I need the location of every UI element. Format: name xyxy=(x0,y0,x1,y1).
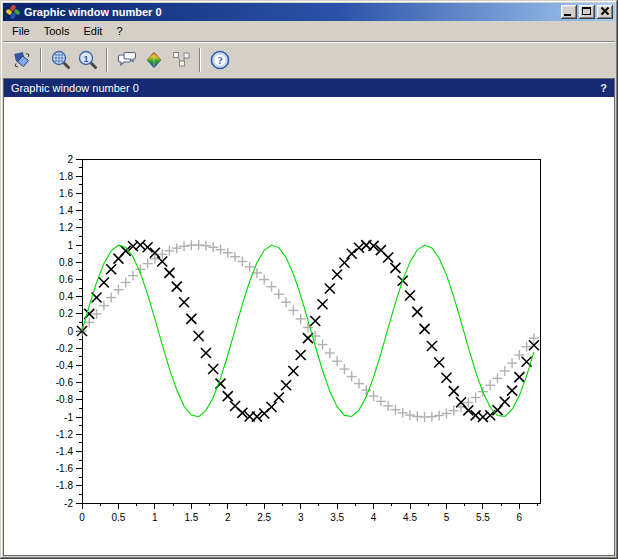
close-icon xyxy=(600,6,608,16)
rotate-button[interactable] xyxy=(8,46,35,73)
menu-edit[interactable]: Edit xyxy=(76,23,109,39)
svg-text:2: 2 xyxy=(67,154,73,165)
plot-canvas[interactable]: -2-1.8-1.6-1.4-1.2-1-0.8-0.6-0.4-0.200.2… xyxy=(4,97,614,555)
svg-text:2: 2 xyxy=(225,512,231,523)
svg-text:-1.6: -1.6 xyxy=(56,463,74,474)
close-button[interactable] xyxy=(597,5,613,19)
maximize-icon xyxy=(582,7,591,15)
app-window: Graphic window number 0 File Tools Edit … xyxy=(0,0,618,559)
polyline-nodes-icon xyxy=(170,49,192,71)
svg-text:5.5: 5.5 xyxy=(476,512,490,523)
svg-text:5: 5 xyxy=(444,512,450,523)
svg-text:0: 0 xyxy=(67,326,73,337)
toolbar-separator xyxy=(40,48,42,72)
svg-text:1: 1 xyxy=(67,240,73,251)
svg-text:4: 4 xyxy=(371,512,377,523)
svg-text:0.2: 0.2 xyxy=(59,308,73,319)
svg-text:-0.8: -0.8 xyxy=(56,394,74,405)
svg-text:-0.2: -0.2 xyxy=(56,343,74,354)
svg-text:1.2: 1.2 xyxy=(59,222,73,233)
svg-text:1.4: 1.4 xyxy=(59,205,73,216)
original-view-glyph: 1 xyxy=(83,53,88,63)
menu-bar: File Tools Edit ? xyxy=(3,21,615,41)
svg-text:1.6: 1.6 xyxy=(59,188,73,199)
toolbar: 1 xyxy=(3,41,615,77)
svg-text:-0.6: -0.6 xyxy=(56,377,74,388)
speech-bubbles-icon xyxy=(116,49,138,71)
menu-help[interactable]: ? xyxy=(109,23,129,39)
original-view-icon: 1 xyxy=(77,49,99,71)
svg-text:0.5: 0.5 xyxy=(111,512,125,523)
original-view-button[interactable]: 1 xyxy=(74,46,101,73)
colormap-button[interactable] xyxy=(140,46,167,73)
svg-text:1.5: 1.5 xyxy=(184,512,198,523)
svg-text:-1.8: -1.8 xyxy=(56,480,74,491)
minimize-button[interactable] xyxy=(561,5,577,19)
rotate-icon xyxy=(11,49,33,71)
svg-text:0.8: 0.8 xyxy=(59,257,73,268)
frame-header: Graphic window number 0 ? xyxy=(4,79,614,97)
minimize-icon xyxy=(564,14,571,16)
svg-text:3.5: 3.5 xyxy=(330,512,344,523)
svg-text:-0.4: -0.4 xyxy=(56,360,74,371)
dialogs-button[interactable] xyxy=(113,46,140,73)
maximize-button[interactable] xyxy=(579,5,595,19)
svg-text:1: 1 xyxy=(152,512,158,523)
menu-tools[interactable]: Tools xyxy=(37,23,77,39)
menu-file[interactable]: File xyxy=(5,23,37,39)
window-controls xyxy=(561,5,613,19)
svg-text:1.8: 1.8 xyxy=(59,171,73,182)
frame-help-button[interactable]: ? xyxy=(600,82,607,94)
svg-text:0.4: 0.4 xyxy=(59,291,73,302)
help-button[interactable]: ? xyxy=(206,46,233,73)
zoom-area-icon xyxy=(50,49,72,71)
window-title: Graphic window number 0 xyxy=(24,6,561,18)
svg-text:2.5: 2.5 xyxy=(257,512,271,523)
svg-text:3: 3 xyxy=(298,512,304,523)
plot-svg: -2-1.8-1.6-1.4-1.2-1-0.8-0.6-0.4-0.200.2… xyxy=(4,97,614,555)
help-glyph: ? xyxy=(217,55,222,66)
zoom-area-button[interactable] xyxy=(47,46,74,73)
title-bar: Graphic window number 0 xyxy=(3,3,615,21)
svg-text:-1.4: -1.4 xyxy=(56,446,74,457)
frame-title: Graphic window number 0 xyxy=(11,82,600,94)
help-icon: ? xyxy=(209,49,231,71)
graphic-frame: Graphic window number 0 ? -2-1.8-1.6-1.4… xyxy=(3,78,615,556)
svg-text:-1: -1 xyxy=(64,412,73,423)
entity-picker-button[interactable] xyxy=(167,46,194,73)
scilab-app-icon xyxy=(6,5,20,19)
svg-text:-1.2: -1.2 xyxy=(56,429,74,440)
toolbar-separator xyxy=(106,48,108,72)
svg-text:6: 6 xyxy=(517,512,523,523)
toolbar-separator xyxy=(199,48,201,72)
svg-text:0.6: 0.6 xyxy=(59,274,73,285)
svg-text:4.5: 4.5 xyxy=(403,512,417,523)
colormap-diamond-icon xyxy=(143,49,165,71)
svg-text:0: 0 xyxy=(79,512,85,523)
svg-text:-2: -2 xyxy=(64,498,73,509)
